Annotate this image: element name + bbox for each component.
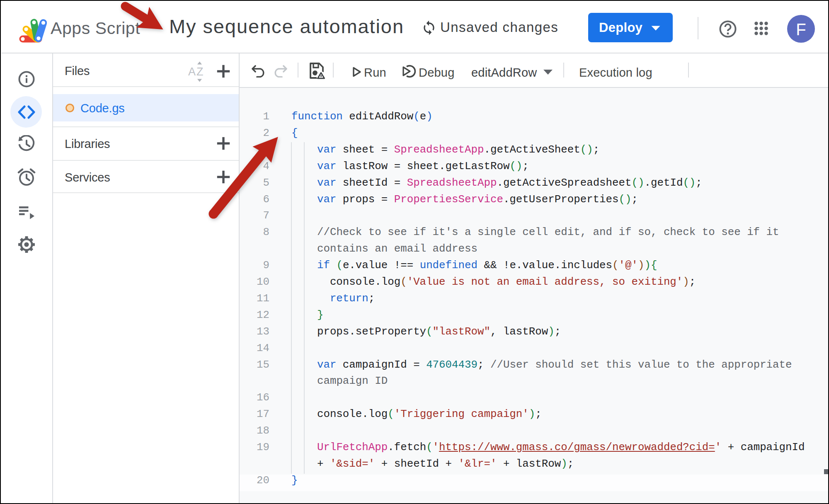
svg-text:A: A: [188, 65, 196, 78]
svg-text:Z: Z: [196, 65, 204, 78]
